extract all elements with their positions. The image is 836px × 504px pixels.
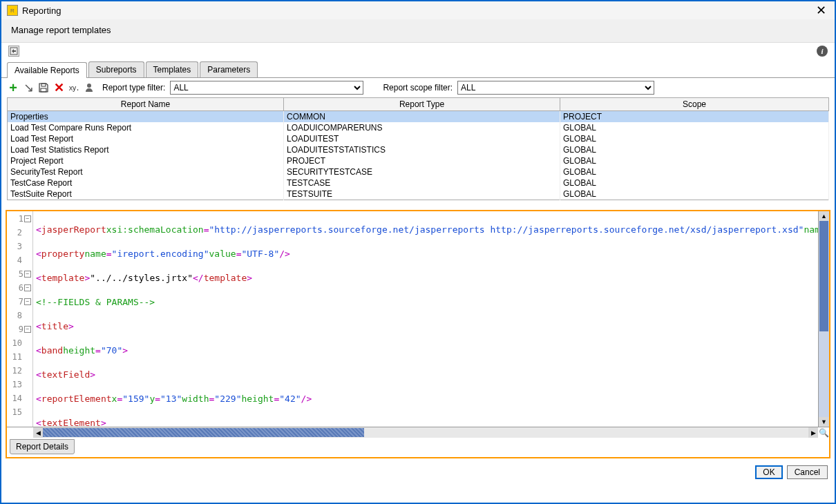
table-cell: LOADUITESTSTATISTICS bbox=[284, 144, 560, 155]
table-cell: PROJECT bbox=[284, 155, 560, 166]
scroll-thumb[interactable] bbox=[819, 221, 828, 331]
xy-icon[interactable]: xy. bbox=[68, 81, 80, 94]
table-cell: TESTSUITE bbox=[284, 188, 560, 200]
table-cell: TESTCASE bbox=[284, 177, 560, 188]
close-icon[interactable]: ✕ bbox=[813, 3, 829, 18]
table-cell: Load Test Compare Runs Report bbox=[8, 122, 284, 133]
table-cell: GLOBAL bbox=[560, 122, 829, 133]
table-row[interactable]: Project ReportPROJECTGLOBAL bbox=[8, 155, 829, 166]
user-icon[interactable] bbox=[83, 81, 95, 94]
tab-available-reports[interactable]: Available Reports bbox=[7, 62, 87, 78]
dialog-buttons: OK Cancel bbox=[1, 461, 835, 483]
table-cell: PROJECT bbox=[560, 111, 829, 123]
hscroll-thumb[interactable] bbox=[43, 428, 364, 437]
table-cell: Load Test Report bbox=[8, 133, 284, 144]
fold-icon[interactable]: − bbox=[24, 271, 31, 278]
tab-subreports[interactable]: Subreports bbox=[88, 61, 144, 77]
table-row[interactable]: Load Test ReportLOADUITESTGLOBAL bbox=[8, 133, 829, 144]
info-icon[interactable]: i bbox=[817, 46, 828, 57]
secondary-toolbar: i bbox=[1, 43, 835, 59]
filter-type-label: Report type filter: bbox=[102, 83, 165, 93]
table-cell: Project Report bbox=[8, 155, 284, 166]
cancel-button[interactable]: Cancel bbox=[787, 465, 828, 479]
fold-icon[interactable]: − bbox=[24, 298, 31, 305]
fold-icon[interactable]: − bbox=[24, 284, 31, 291]
zoom-icon[interactable]: 🔍 bbox=[818, 427, 829, 438]
titlebar: R Reporting ✕ bbox=[1, 1, 835, 19]
table-cell: Properties bbox=[8, 111, 284, 123]
tab-report-details[interactable]: Report Details bbox=[10, 439, 75, 454]
table-cell: GLOBAL bbox=[560, 144, 829, 155]
window-title: Reporting bbox=[22, 6, 813, 16]
table-row[interactable]: Load Test Statistics ReportLOADUITESTSTA… bbox=[8, 144, 829, 155]
table-cell: TestSuite Report bbox=[8, 188, 284, 200]
table-row[interactable]: TestCase ReportTESTCASEGLOBAL bbox=[8, 177, 829, 188]
scroll-right-icon[interactable]: ▶ bbox=[808, 427, 818, 438]
table-cell: Load Test Statistics Report bbox=[8, 144, 284, 155]
save-icon[interactable] bbox=[37, 81, 50, 94]
scroll-left-icon[interactable]: ◀ bbox=[33, 427, 43, 438]
tab-parameters[interactable]: Parameters bbox=[200, 61, 258, 77]
table-cell: GLOBAL bbox=[560, 133, 829, 144]
table-cell: GLOBAL bbox=[560, 166, 829, 177]
app-icon: R bbox=[7, 5, 18, 16]
filter-scope-label: Report scope filter: bbox=[383, 83, 453, 93]
horizontal-scrollbar[interactable]: ◀ ▶ bbox=[33, 427, 818, 438]
table-row[interactable]: Load Test Compare Runs ReportLOADUICOMPA… bbox=[8, 122, 829, 133]
table-row[interactable]: TestSuite ReportTESTSUITEGLOBAL bbox=[8, 188, 829, 200]
filter-scope-select[interactable]: ALL bbox=[457, 81, 654, 95]
table-cell: GLOBAL bbox=[560, 188, 829, 200]
table-cell: COMMON bbox=[284, 111, 560, 123]
scroll-up-icon[interactable]: ▲ bbox=[819, 211, 829, 221]
code-editor[interactable]: <jasperReport xsi:schemaLocation="http:/… bbox=[33, 211, 818, 427]
filter-type-select[interactable]: ALL bbox=[170, 81, 363, 95]
code-gutter: 1−2345−6−7−89−101112131415 bbox=[7, 211, 33, 427]
fold-icon[interactable]: − bbox=[24, 326, 31, 333]
table-cell: GLOBAL bbox=[560, 177, 829, 188]
fold-icon[interactable]: − bbox=[24, 215, 31, 222]
table-cell: LOADUICOMPARERUNS bbox=[284, 122, 560, 133]
table-row[interactable]: PropertiesCOMMONPROJECT bbox=[8, 111, 829, 123]
scroll-down-icon[interactable]: ▼ bbox=[819, 417, 829, 427]
expand-icon[interactable] bbox=[8, 46, 19, 57]
svg-point-3 bbox=[87, 84, 91, 88]
col-report-type[interactable]: Report Type bbox=[284, 98, 560, 111]
col-report-name[interactable]: Report Name bbox=[8, 98, 284, 111]
table-cell: TestCase Report bbox=[8, 177, 284, 188]
code-panel: 1−2345−6−7−89−101112131415 <jasperReport… bbox=[6, 210, 830, 458]
table-cell: SecurityTest Report bbox=[8, 166, 284, 177]
table-cell: LOADUITEST bbox=[284, 133, 560, 144]
delete-icon[interactable]: ✕ bbox=[53, 81, 65, 94]
rename-icon[interactable]: ↘ bbox=[22, 81, 35, 94]
vertical-scrollbar[interactable]: ▲ ▼ bbox=[818, 211, 829, 427]
col-scope[interactable]: Scope bbox=[560, 98, 829, 111]
svg-rect-2 bbox=[41, 88, 46, 92]
table-cell: GLOBAL bbox=[560, 155, 829, 166]
ok-button[interactable]: OK bbox=[755, 465, 782, 479]
table-cell: SECURITYTESTCASE bbox=[284, 166, 560, 177]
subtitle: Manage report templates bbox=[1, 19, 835, 43]
action-toolbar: + ↘ ✕ xy. Report type filter: ALL Report… bbox=[1, 78, 835, 97]
tab-templates[interactable]: Templates bbox=[146, 61, 199, 77]
add-icon[interactable]: + bbox=[7, 81, 19, 94]
reports-table[interactable]: Report Name Report Type Scope Properties… bbox=[7, 97, 829, 200]
table-row[interactable]: SecurityTest ReportSECURITYTESTCASEGLOBA… bbox=[8, 166, 829, 177]
tabstrip: Available Reports Subreports Templates P… bbox=[1, 59, 835, 78]
